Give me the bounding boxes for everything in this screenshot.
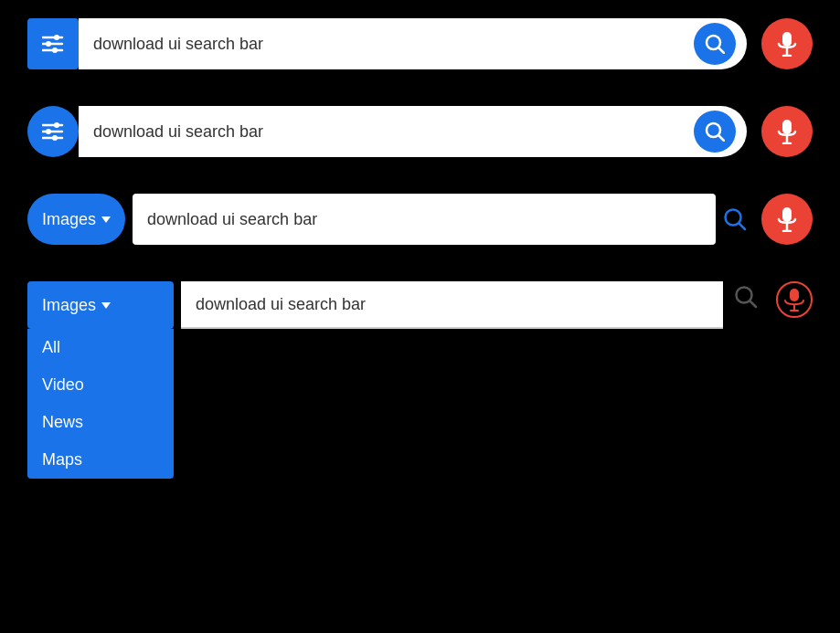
mic-button[interactable] (776, 281, 813, 318)
mic-icon (777, 119, 797, 144)
searchbar-4: Images All Video News Maps (27, 281, 813, 479)
svg-point-14 (46, 129, 51, 134)
searchbar-2 (27, 106, 813, 157)
sliders-icon (42, 122, 64, 141)
svg-rect-8 (782, 32, 792, 47)
mic-button[interactable] (761, 18, 813, 69)
svg-line-23 (739, 224, 746, 230)
search-button[interactable] (730, 281, 761, 312)
left-panel: Images All Video News Maps (27, 281, 174, 479)
svg-rect-24 (782, 207, 792, 222)
search-icon (705, 121, 725, 142)
searchbar-3: Images (27, 194, 813, 245)
svg-rect-19 (782, 120, 792, 134)
svg-rect-30 (790, 289, 799, 301)
menu-item-all[interactable]: All (27, 329, 174, 366)
search-icon (705, 34, 725, 54)
search-area (181, 281, 723, 329)
chevron-down-icon (101, 216, 111, 223)
search-button[interactable] (694, 111, 736, 153)
search-button[interactable] (694, 23, 736, 65)
right-panel (181, 281, 813, 329)
category-dropdown[interactable]: Images (27, 194, 125, 245)
search-button[interactable] (723, 207, 747, 231)
svg-point-16 (52, 135, 58, 141)
search-input[interactable] (147, 210, 705, 229)
chevron-down-icon (101, 302, 111, 309)
svg-point-1 (54, 35, 59, 40)
search-input[interactable] (196, 295, 712, 314)
search-input[interactable] (93, 35, 694, 54)
dropdown-label: Images (42, 210, 96, 229)
svg-point-3 (46, 41, 51, 47)
search-area (79, 18, 747, 69)
dropdown-label: Images (42, 296, 96, 315)
svg-line-28 (750, 301, 757, 308)
svg-point-12 (54, 122, 59, 128)
mic-button[interactable] (761, 106, 813, 157)
category-dropdown[interactable]: Images (27, 281, 174, 329)
searchbar-1 (27, 18, 813, 69)
sliders-icon (42, 35, 64, 53)
search-area (133, 194, 716, 245)
mic-icon (776, 281, 813, 318)
mic-icon (777, 206, 797, 232)
mic-icon (777, 31, 797, 57)
menu-item-video[interactable]: Video (27, 366, 174, 404)
search-area (79, 106, 747, 157)
mic-button[interactable] (761, 194, 813, 245)
search-input[interactable] (93, 122, 694, 142)
search-icon (734, 285, 758, 309)
svg-point-5 (52, 47, 58, 53)
filter-button[interactable] (27, 18, 79, 69)
svg-line-7 (719, 48, 725, 54)
search-icon (723, 207, 747, 231)
menu-item-news[interactable]: News (27, 404, 174, 441)
filter-button[interactable] (27, 106, 79, 157)
dropdown-menu: All Video News Maps (27, 329, 174, 479)
svg-line-18 (719, 136, 725, 142)
menu-item-maps[interactable]: Maps (27, 441, 174, 479)
